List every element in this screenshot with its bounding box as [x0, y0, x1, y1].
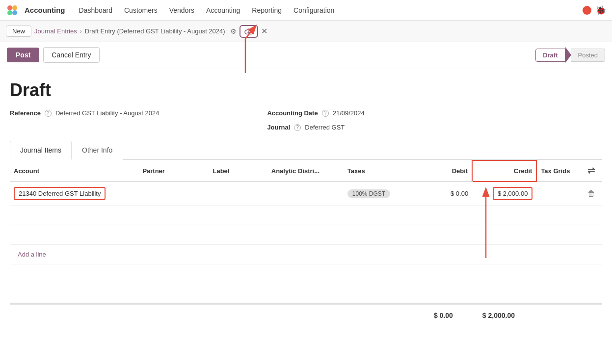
cell-tax-grids: [536, 182, 583, 206]
total-debit: $ 0.00: [434, 312, 453, 319]
nav-reporting[interactable]: Reporting: [248, 4, 286, 16]
app-name: Accounting: [25, 6, 65, 14]
col-tax-grids: Tax Grids: [536, 160, 583, 182]
breadcrumb-journal-entries[interactable]: Journal Entries: [34, 27, 77, 35]
svg-point-3: [12, 10, 17, 15]
nav-accounting[interactable]: Accounting: [202, 4, 244, 16]
delete-row-button[interactable]: 🗑: [587, 189, 595, 198]
form-fields: Reference ? Deferred GST Liability - Aug…: [10, 109, 602, 131]
svg-point-2: [7, 10, 12, 15]
form-col-left: Reference ? Deferred GST Liability - Aug…: [10, 109, 159, 131]
svg-point-1: [12, 5, 17, 10]
accounting-date-field: Accounting Date ? 21/09/2024: [267, 109, 364, 117]
breadcrumb-icons: ⚙ ✕: [230, 25, 267, 38]
breadcrumb-current: Draft Entry (Deferred GST Liability - Au…: [85, 27, 225, 35]
tab-other-info[interactable]: Other Info: [72, 141, 123, 160]
reference-help[interactable]: ?: [45, 110, 52, 117]
status-posted[interactable]: Posted: [571, 49, 605, 62]
breadcrumb-bar: New Journal Entries › Draft Entry (Defer…: [0, 21, 612, 42]
reference-label: Reference: [10, 109, 41, 117]
reference-value[interactable]: Deferred GST Liability - August 2024: [55, 109, 160, 117]
form-col-right: Accounting Date ? 21/09/2024 Journal ? D…: [267, 109, 364, 131]
col-account: Account: [10, 160, 138, 182]
top-navigation: Accounting Dashboard Customers Vendors A…: [0, 0, 612, 21]
nav-configuration[interactable]: Configuration: [290, 4, 338, 16]
status-indicator: [583, 6, 591, 15]
cell-taxes: 100% DGST: [344, 182, 414, 206]
cloud-save-button[interactable]: [239, 25, 258, 38]
total-debit-value: $ 0.00: [434, 312, 453, 319]
add-line-button[interactable]: Add a line: [14, 247, 50, 262]
table-row: 21340 Deferred GST Liability 100% DGST $…: [10, 182, 602, 206]
accounting-date-help[interactable]: ?: [322, 110, 329, 117]
journal-table: Account Partner Label Analytic Distri...…: [10, 160, 602, 245]
col-taxes: Taxes: [344, 160, 414, 182]
main-content: Draft Reference ? Deferred GST Liability…: [0, 68, 612, 326]
tax-badge[interactable]: 100% DGST: [347, 189, 390, 198]
col-actions: ⇌: [584, 160, 602, 182]
empty-row-1: [10, 206, 602, 225]
status-bar: Draft Posted: [104, 47, 606, 63]
credit-value[interactable]: $ 2,000.00: [493, 187, 532, 200]
col-debit: Debit: [414, 160, 472, 182]
action-bar: Post Cancel Entry Draft Posted: [0, 42, 612, 68]
post-button[interactable]: Post: [7, 48, 39, 62]
cancel-entry-button[interactable]: Cancel Entry: [43, 47, 99, 63]
col-partner: Partner: [138, 160, 209, 182]
sort-icon[interactable]: ⇌: [587, 166, 595, 176]
col-credit: Credit: [472, 160, 536, 182]
journal-help[interactable]: ?: [294, 124, 301, 131]
cell-account[interactable]: 21340 Deferred GST Liability: [10, 182, 138, 206]
svg-point-0: [7, 5, 12, 10]
cell-partner: [138, 182, 209, 206]
new-button[interactable]: New: [6, 26, 31, 37]
totals-row: $ 0.00 $ 2,000.00: [10, 304, 602, 326]
cell-label: [209, 182, 267, 206]
nav-customers[interactable]: Customers: [120, 4, 161, 16]
close-icon[interactable]: ✕: [261, 26, 267, 36]
nav-vendors[interactable]: Vendors: [165, 4, 198, 16]
journal-value[interactable]: Deferred GST: [305, 124, 345, 131]
accounting-date-label: Accounting Date: [267, 109, 318, 117]
status-draft[interactable]: Draft: [535, 49, 565, 62]
tab-journal-items[interactable]: Journal Items: [10, 141, 72, 160]
journal-field: Journal ? Deferred GST: [267, 124, 364, 131]
bug-icon[interactable]: 🐞: [595, 5, 606, 16]
reference-field: Reference ? Deferred GST Liability - Aug…: [10, 109, 159, 117]
empty-row-2: [10, 225, 602, 245]
nav-dashboard[interactable]: Dashboard: [75, 4, 117, 16]
app-logo: [6, 4, 19, 17]
col-analytic: Analytic Distri...: [267, 160, 344, 182]
total-credit-value: $ 2,000.00: [482, 312, 515, 319]
tabs: Journal Items Other Info: [10, 141, 602, 160]
accounting-date-value[interactable]: 21/09/2024: [333, 109, 365, 117]
cell-credit: $ 2,000.00: [472, 182, 536, 206]
draft-title: Draft: [10, 80, 602, 101]
col-label: Label: [209, 160, 267, 182]
journal-table-container: Account Partner Label Analytic Distri...…: [10, 160, 602, 326]
cell-delete: 🗑: [584, 182, 602, 206]
gear-icon[interactable]: ⚙: [230, 27, 237, 35]
cell-analytic: [267, 182, 344, 206]
cell-debit: $ 0.00: [414, 182, 472, 206]
breadcrumb-separator: ›: [80, 28, 82, 35]
total-credit: $ 2,000.00: [482, 312, 515, 319]
journal-label: Journal: [267, 124, 290, 131]
